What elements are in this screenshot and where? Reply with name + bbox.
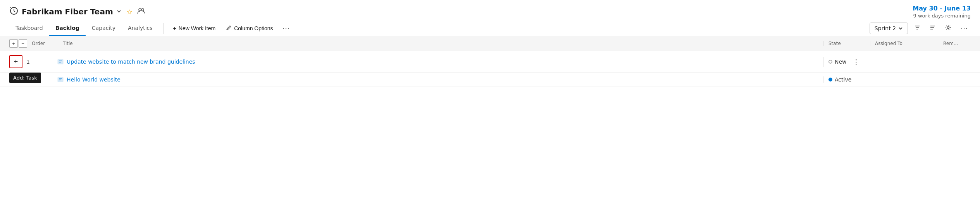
work-item-icon [57, 59, 64, 65]
star-icon[interactable]: ☆ [126, 8, 133, 16]
filter-icon [914, 24, 920, 31]
row-add-container: + Add: Task [9, 55, 26, 68]
row-title[interactable]: Update website to match new brand guidel… [57, 59, 823, 65]
tab-analytics[interactable]: Analytics [122, 21, 159, 36]
row-title[interactable]: Hello World website [57, 76, 823, 83]
toolbar-more-button[interactable]: ⋯ [958, 22, 971, 35]
nav-actions: + New Work Item Column Options ⋯ [169, 22, 870, 35]
column-header-state: State [823, 41, 870, 46]
sprint-chevron-icon [898, 26, 903, 31]
column-header-assigned-to: Assigned To [870, 41, 940, 46]
column-options-button[interactable]: Column Options [222, 22, 277, 35]
sort-icon-button[interactable] [927, 22, 939, 35]
svg-rect-13 [58, 77, 63, 82]
right-toolbar: Sprint 2 [870, 22, 971, 35]
header-right: May 30 - June 13 9 work days remaining [913, 5, 971, 19]
team-icon [9, 6, 19, 17]
header-left: Fabrikam Fiber Team ☆ [9, 6, 145, 17]
table-row: Hello World website Active [0, 73, 980, 87]
sprint-label: Sprint 2 [875, 25, 896, 31]
svg-point-1 [139, 9, 141, 11]
new-work-item-label: New Work Item [179, 25, 215, 31]
tab-capacity[interactable]: Capacity [86, 21, 122, 36]
work-days-remaining: 9 work days remaining [913, 13, 971, 19]
tab-backlog[interactable]: Backlog [49, 21, 86, 36]
team-name: Fabrikam Fiber Team [22, 7, 113, 16]
tab-taskboard[interactable]: Taskboard [9, 21, 49, 36]
team-members-icon[interactable] [137, 7, 145, 16]
state-dot-active [828, 78, 832, 81]
nav-divider [164, 23, 164, 34]
column-options-label: Column Options [234, 25, 273, 31]
row-order: 1 [26, 59, 57, 65]
row-state-label: Active [835, 76, 851, 83]
sprint-dropdown[interactable]: Sprint 2 [870, 23, 908, 34]
filter-icon-button[interactable] [911, 22, 923, 35]
plus-icon: + [173, 25, 176, 31]
column-header-title: Title [63, 41, 823, 46]
chevron-down-icon[interactable] [116, 9, 122, 15]
app-container: Fabrikam Fiber Team ☆ May 30 - June 13 9… [0, 0, 980, 208]
add-task-tooltip: Add: Task [9, 73, 41, 83]
add-task-button[interactable]: + [9, 55, 22, 68]
settings-icon-button[interactable] [942, 22, 954, 35]
svg-rect-10 [58, 59, 63, 64]
row-state: Active [823, 76, 870, 83]
work-item-icon [57, 76, 64, 83]
nav-row: Taskboard Backlog Capacity Analytics + N… [0, 21, 980, 36]
row-state-label: New [835, 59, 847, 65]
new-work-item-button[interactable]: + New Work Item [169, 22, 220, 35]
svg-point-9 [947, 27, 949, 29]
nav-tabs: Taskboard Backlog Capacity Analytics [9, 21, 159, 36]
row-title-text: Hello World website [67, 76, 121, 83]
row-more-button[interactable]: ⋮ [851, 57, 862, 67]
svg-point-2 [141, 9, 144, 11]
state-dot-new [828, 60, 832, 64]
table-header-row: + − Order Title State Assigned To Rem... [0, 36, 980, 51]
header-row: Fabrikam Fiber Team ☆ May 30 - June 13 9… [0, 0, 980, 21]
row-title-text: Update website to match new brand guidel… [67, 59, 195, 65]
sort-icon [930, 24, 936, 31]
column-header-remaining: Rem... [940, 41, 971, 46]
row-state: New ⋮ [823, 57, 870, 67]
expand-all-button[interactable]: + [9, 39, 18, 48]
table-row: + Add: Task 1 Update website to match ne… [0, 51, 980, 73]
settings-icon [945, 24, 951, 31]
sprint-date: May 30 - June 13 [913, 5, 971, 12]
expand-buttons: + − [9, 39, 27, 48]
collapse-all-button[interactable]: − [19, 39, 27, 48]
table-area: + − Order Title State Assigned To Rem...… [0, 36, 980, 87]
wrench-icon [226, 25, 232, 32]
nav-more-button[interactable]: ⋯ [279, 22, 293, 35]
column-header-order: Order [32, 41, 63, 46]
